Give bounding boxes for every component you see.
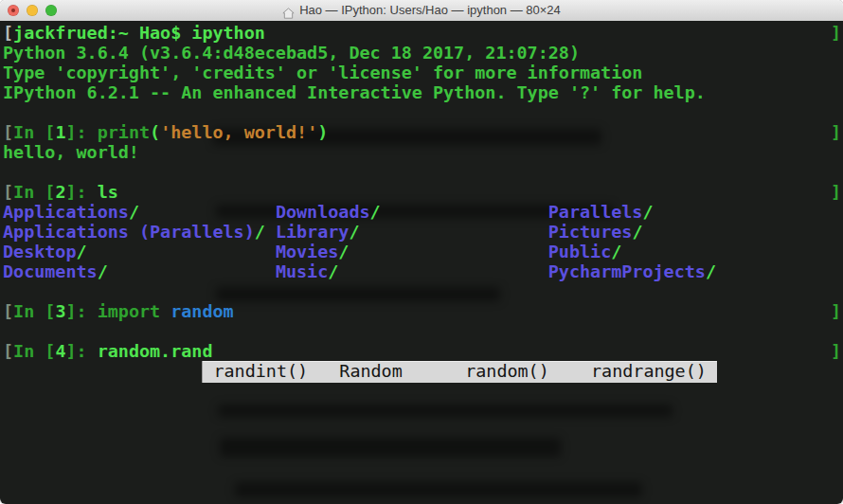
- terminal-text: jackfrued:~ Hao$ ipython: [13, 23, 265, 43]
- terminal-text: ]:: [65, 341, 97, 361]
- terminal-text: print: [98, 122, 150, 142]
- directory-name: Library: [276, 222, 350, 242]
- directory-name: Desktop: [3, 242, 77, 261]
- terminal-text: [: [3, 23, 13, 43]
- terminal-text: ]:: [65, 182, 97, 202]
- directory-slash: /: [370, 202, 381, 222]
- terminal-line: Applications/ Downloads/ Parallels/: [3, 202, 843, 222]
- line-end-bracket: ]: [831, 182, 841, 202]
- terminal[interactable]: [jackfrued:~ Hao$ ipython]Python 3.6.4 (…: [0, 21, 843, 504]
- directory-slash: /: [642, 202, 653, 222]
- zoom-button[interactable]: [45, 5, 57, 16]
- terminal-line: [3, 102, 843, 122]
- line-end-bracket: ]: [831, 341, 841, 361]
- directory-name: Public: [548, 242, 611, 261]
- terminal-text: [381, 202, 548, 222]
- completion-menu[interactable]: randint() Random random() randrange(): [202, 361, 717, 383]
- terminal-text: [: [3, 122, 13, 142]
- directory-name: Applications (Parallels): [3, 222, 255, 242]
- terminal-text: 1: [55, 122, 65, 142]
- terminal-line: [In [1]: print('hello, world!')]: [3, 122, 843, 142]
- line-end-bracket: ]: [831, 122, 841, 142]
- directory-name: Parallels: [548, 202, 643, 222]
- terminal-line: Applications (Parallels)/ Library/ Pictu…: [3, 222, 843, 242]
- terminal-line: [3, 480, 843, 500]
- terminal-line: [In [3]: import random]: [3, 301, 843, 321]
- terminal-text: (: [150, 122, 160, 142]
- minimize-button[interactable]: [27, 5, 38, 16]
- terminal-text: [: [3, 182, 13, 202]
- window-title-area: Hao — IPython: Users/Hao — ipython — 80×…: [0, 0, 843, 21]
- terminal-text: IPython 6.2.1 -- An enhanced Interactive…: [3, 82, 706, 102]
- window-title: Hao — IPython: Users/Hao — ipython — 80×…: [299, 0, 561, 21]
- directory-name: Applications: [3, 202, 129, 222]
- terminal-text: [3, 361, 202, 381]
- directory-name: Movies: [276, 242, 338, 261]
- directory-name: PycharmProjects: [548, 261, 706, 281]
- terminal-text: ): [317, 122, 328, 142]
- edited-dot-icon: [11, 9, 15, 12]
- terminal-text: hello, world!: [3, 142, 139, 162]
- terminal-text: In [: [13, 182, 55, 202]
- terminal-text: [265, 222, 276, 242]
- terminal-text: random.rand: [98, 341, 213, 361]
- terminal-line: Documents/ Music/ PycharmProjects/: [3, 261, 843, 281]
- terminal-text: random: [170, 301, 233, 321]
- directory-slash: /: [129, 202, 139, 222]
- terminal-text: 'hello, world!': [160, 122, 317, 142]
- terminal-line: [3, 441, 843, 460]
- terminal-text: In [: [13, 122, 55, 142]
- directory-slash: /: [77, 242, 87, 261]
- terminal-line: [3, 281, 843, 301]
- directory-name: Documents: [3, 261, 98, 281]
- terminal-text: 2: [55, 182, 65, 202]
- terminal-text: [139, 202, 276, 222]
- traffic-lights: [8, 5, 57, 16]
- terminal-text: [349, 242, 547, 261]
- directory-name: Downloads: [276, 202, 370, 222]
- terminal-line: [In [2]: ls]: [3, 182, 843, 202]
- terminal-line: Python 3.6.4 (v3.6.4:d48ecebad5, Dec 18 …: [3, 43, 843, 63]
- title-bar[interactable]: Hao — IPython: Users/Hao — ipython — 80×…: [0, 0, 843, 22]
- directory-slash: /: [611, 242, 621, 261]
- terminal-line: [3, 162, 843, 182]
- directory-slash: /: [632, 222, 642, 242]
- terminal-text: In [: [13, 301, 55, 321]
- terminal-text: ls: [98, 182, 118, 202]
- terminal-line: [3, 421, 843, 441]
- home-icon: [282, 5, 295, 16]
- line-end-bracket: ]: [831, 301, 841, 321]
- terminal-text: [338, 261, 547, 281]
- directory-slash: /: [706, 261, 716, 281]
- terminal-text: 4: [55, 341, 65, 361]
- terminal-text: Type 'copyright', 'credits' or 'license'…: [3, 63, 642, 82]
- terminal-line: [In [4]: random.rand]: [3, 341, 843, 361]
- terminal-line: [3, 321, 843, 341]
- close-button[interactable]: [8, 5, 19, 16]
- directory-slash: /: [338, 242, 349, 261]
- terminal-text: Python 3.6.4 (v3.6.4:d48ecebad5, Dec 18 …: [3, 43, 580, 63]
- terminal-line: randint() Random random() randrange(): [3, 361, 843, 381]
- terminal-text: [87, 242, 276, 261]
- terminal-line: [jackfrued:~ Hao$ ipython]: [3, 23, 843, 43]
- terminal-line: IPython 6.2.1 -- An enhanced Interactive…: [3, 82, 843, 102]
- terminal-text: [108, 261, 276, 281]
- directory-slash: /: [98, 261, 108, 281]
- terminal-text: [359, 222, 547, 242]
- terminal-text: 3: [55, 301, 65, 321]
- terminal-line: [3, 460, 843, 480]
- terminal-line: Desktop/ Movies/ Public/: [3, 242, 843, 261]
- directory-name: Music: [276, 261, 328, 281]
- terminal-line: [3, 381, 843, 401]
- terminal-text: In [: [13, 341, 55, 361]
- directory-slash: /: [255, 222, 265, 242]
- terminal-line: hello, world!: [3, 142, 843, 162]
- line-end-bracket: ]: [831, 23, 841, 43]
- terminal-window: Hao — IPython: Users/Hao — ipython — 80×…: [0, 0, 843, 504]
- terminal-text: ]:: [65, 122, 97, 142]
- terminal-text: import: [98, 301, 171, 321]
- terminal-text: ]:: [65, 301, 97, 321]
- directory-slash: /: [349, 222, 359, 242]
- directory-slash: /: [328, 261, 338, 281]
- terminal-line: Type 'copyright', 'credits' or 'license'…: [3, 63, 843, 82]
